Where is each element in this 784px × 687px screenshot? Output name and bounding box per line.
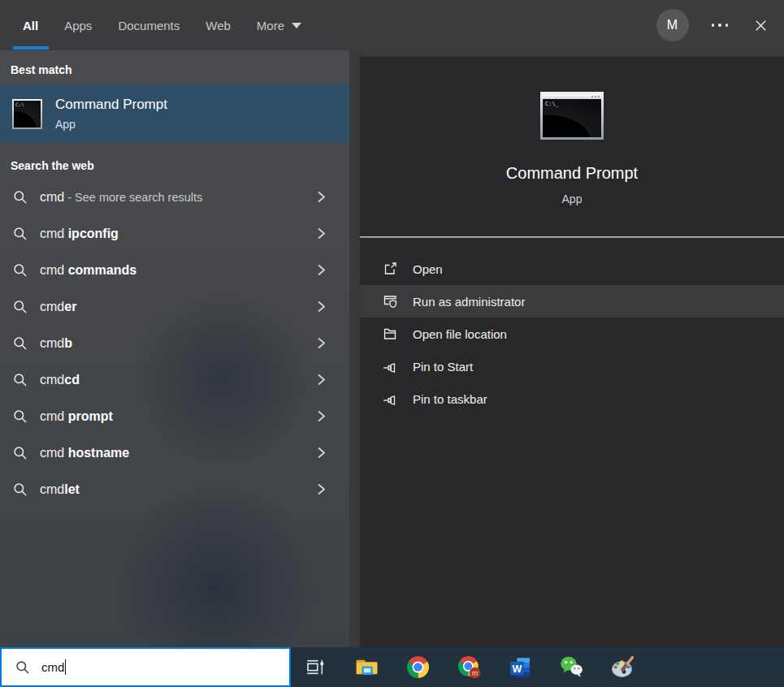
- web-suggestions: cmd - See more search results cmd ipconf…: [0, 179, 349, 508]
- results-panel: Best match C:\ Command Prompt App Search…: [0, 50, 349, 647]
- chevron-right-icon[interactable]: [316, 446, 327, 460]
- file-explorer-icon[interactable]: [355, 655, 379, 679]
- chevron-right-icon[interactable]: [316, 373, 327, 387]
- best-match-result[interactable]: C:\ Command Prompt App: [0, 84, 349, 143]
- tab-apps[interactable]: Apps: [64, 0, 92, 50]
- text-caret: [65, 659, 66, 675]
- suggestion-cmd-ipconfig[interactable]: cmd ipconfig: [0, 215, 349, 252]
- chevron-right-icon[interactable]: [316, 409, 327, 423]
- separator: [360, 236, 784, 238]
- chevron-right-icon[interactable]: [316, 482, 327, 496]
- search-icon: [13, 409, 28, 424]
- suggestion-cmd-prompt[interactable]: cmd prompt: [0, 398, 349, 434]
- open-icon: [382, 261, 398, 277]
- best-match-subtitle: App: [55, 118, 167, 131]
- suggestion-cmdlet[interactable]: cmdlet: [0, 471, 349, 508]
- tab-web-label: Web: [206, 19, 231, 32]
- menu-item-open-file-location[interactable]: Open file location: [360, 318, 784, 350]
- search-icon: [13, 300, 28, 314]
- menu-item-pin-to-taskbar[interactable]: Pin to taskbar: [360, 382, 784, 415]
- tab-more-label: More: [257, 19, 284, 32]
- search-icon: [15, 660, 30, 675]
- suggestion-cmder[interactable]: cmder: [0, 288, 349, 325]
- tab-all[interactable]: All: [23, 0, 38, 50]
- menu-item-open[interactable]: Open: [360, 253, 784, 285]
- tab-all-label: All: [23, 19, 38, 32]
- preview-panel: C:\_ Command Prompt App Open Run as admi…: [360, 57, 784, 647]
- menu-item-pin-to-start[interactable]: Pin to Start: [360, 350, 784, 382]
- search-query-text: cmd: [41, 660, 64, 674]
- admin-shield-icon: [382, 293, 398, 309]
- bottom-bar: cmd: [0, 647, 784, 687]
- pin-icon: [382, 391, 398, 407]
- suggestion-cmdb[interactable]: cmdb: [0, 325, 349, 361]
- taskbar-search-input[interactable]: cmd: [0, 647, 291, 687]
- chevron-right-icon[interactable]: [316, 263, 327, 277]
- search-web-header: Search the web: [11, 159, 349, 172]
- suggestion-cmd-commands[interactable]: cmd commands: [0, 252, 349, 288]
- command-prompt-icon-large: C:\_: [540, 92, 604, 140]
- chrome-icon[interactable]: [406, 655, 430, 679]
- chevron-right-icon[interactable]: [316, 190, 327, 204]
- tab-documents-label: Documents: [118, 19, 180, 32]
- search-icon: [13, 263, 28, 278]
- close-icon[interactable]: [751, 15, 771, 36]
- chevron-down-icon: [292, 23, 301, 28]
- word-icon[interactable]: W: [509, 655, 532, 679]
- more-options-icon[interactable]: [710, 19, 730, 32]
- chevron-right-icon[interactable]: [316, 300, 327, 313]
- preview-app-subtitle: App: [562, 192, 583, 205]
- taskbar: m W: [291, 647, 784, 687]
- chrome-profile-icon[interactable]: m: [457, 655, 481, 679]
- pin-icon: [382, 358, 398, 374]
- tab-documents[interactable]: Documents: [118, 0, 180, 50]
- menu-item-run-as-administrator[interactable]: Run as administrator: [360, 285, 784, 318]
- topbar-actions: M: [656, 9, 784, 41]
- search-icon: [13, 336, 28, 351]
- preview-app-title: Command Prompt: [506, 164, 638, 183]
- paint-icon[interactable]: [611, 655, 635, 679]
- search-icon: [13, 227, 28, 241]
- svg-text:W: W: [512, 663, 522, 675]
- action-menu: Open Run as administrator Open file loca…: [360, 253, 784, 415]
- search-icon: [13, 482, 28, 497]
- wechat-icon[interactable]: [560, 655, 583, 679]
- chevron-right-icon[interactable]: [316, 227, 327, 240]
- tab-more[interactable]: More: [257, 0, 301, 50]
- search-icon: [13, 190, 28, 205]
- svg-text:m: m: [472, 669, 478, 677]
- suggestion-cmd-hostname[interactable]: cmd hostname: [0, 434, 349, 471]
- best-match-title: Command Prompt: [55, 97, 167, 113]
- command-prompt-icon: C:\: [12, 99, 42, 129]
- search-icon: [13, 446, 28, 460]
- search-icon: [13, 373, 28, 387]
- folder-icon: [382, 326, 398, 342]
- search-filter-bar: All Apps Documents Web More M: [0, 0, 784, 50]
- task-view-icon[interactable]: [304, 655, 327, 679]
- tab-apps-label: Apps: [64, 19, 92, 32]
- filter-tabs: All Apps Documents Web More: [0, 0, 301, 50]
- start-search-flyout: All Apps Documents Web More M Best match…: [0, 0, 784, 687]
- tab-web[interactable]: Web: [206, 0, 231, 50]
- chevron-right-icon[interactable]: [316, 336, 327, 350]
- best-match-header: Best match: [11, 50, 349, 76]
- suggestion-cmd[interactable]: cmd - See more search results: [0, 179, 349, 215]
- avatar[interactable]: M: [656, 9, 689, 41]
- suggestion-cmdcd[interactable]: cmdcd: [0, 361, 349, 398]
